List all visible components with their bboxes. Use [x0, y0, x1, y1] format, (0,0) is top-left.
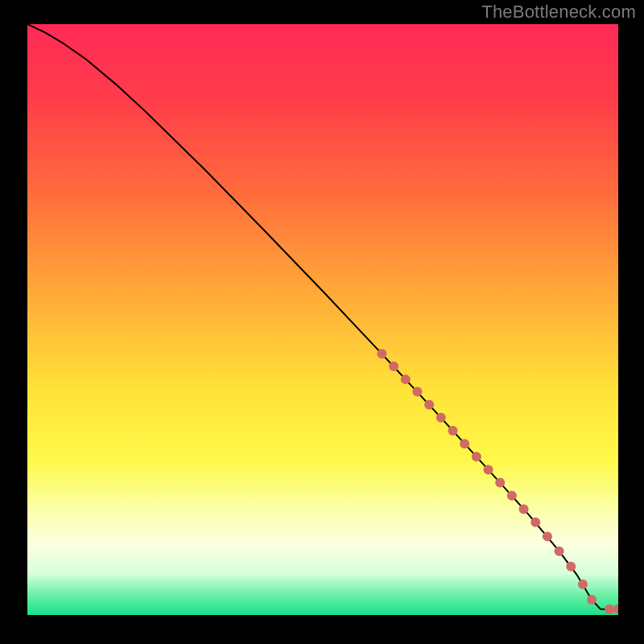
watermark-text: TheBottleneck.com	[481, 2, 636, 23]
marker-dot	[566, 562, 576, 572]
marker-dot	[412, 387, 422, 397]
marker-dot	[519, 505, 529, 514]
marker-dot	[389, 361, 398, 371]
marker-dot	[436, 413, 446, 423]
marker-dot	[587, 595, 597, 605]
marker-dot	[401, 374, 411, 384]
marker-dot	[495, 478, 505, 488]
marker-dot	[484, 464, 493, 474]
marker-dot	[448, 426, 457, 436]
chart-svg	[27, 24, 618, 615]
marker-dot	[507, 491, 517, 501]
chart-frame: TheBottleneck.com	[0, 0, 644, 644]
marker-dot	[377, 349, 386, 359]
marker-dot	[543, 531, 552, 541]
marker-dot	[530, 518, 540, 527]
marker-dot	[460, 439, 469, 448]
marker-dot	[424, 400, 434, 410]
marker-dot	[605, 605, 614, 614]
marker-dot	[472, 452, 481, 461]
plot-area	[27, 24, 618, 615]
gradient-background	[27, 24, 618, 615]
marker-dot	[555, 547, 564, 556]
marker-dot	[578, 580, 588, 589]
